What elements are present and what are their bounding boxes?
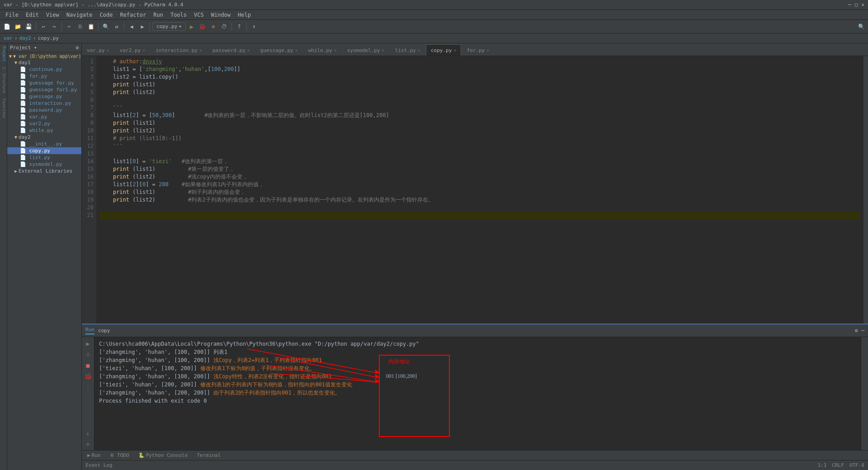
tree-guessage-for1[interactable]: 📄 guessage for1.py [7,86,81,93]
menu-run[interactable]: Run [150,11,167,19]
menu-tools[interactable]: Tools [167,11,190,19]
menu-window[interactable]: Window [208,11,234,19]
toolbar-forward[interactable]: ▶ [137,22,147,32]
close-output-btn[interactable]: ✕ [84,439,93,448]
more-options[interactable]: ⋮ [84,382,93,391]
status-crlf[interactable]: CRLF [832,462,844,468]
tree-password[interactable]: 📄 password.py [7,107,81,113]
minimize-button[interactable]: ─ [848,2,851,8]
tree-guessage[interactable]: 📄 guessage.py [7,93,81,100]
run-settings-icon[interactable]: ⚙ [855,328,858,334]
tree-var2[interactable]: 📄 var2.py [7,120,81,127]
coverage-button[interactable]: ⊕ [208,22,218,32]
tab-var2-close[interactable]: × [142,48,145,53]
breadcrumb-day2[interactable]: day2 [19,35,32,41]
toolbar-back[interactable]: ◀ [127,22,137,32]
menu-refactor[interactable]: Refactor [116,11,150,19]
tab-var[interactable]: var.py × [82,44,114,56]
run-config-dropdown[interactable]: copy.py ▾ [152,22,186,31]
toolbar-paste[interactable]: 📋 [86,22,96,32]
search-everywhere[interactable]: 🔍 [856,22,866,32]
tab-sysmodel[interactable]: sysmodel.py × [342,44,390,56]
update-btn[interactable]: ⬆ [249,22,259,32]
close-button[interactable]: ✕ [861,2,864,8]
menu-navigate[interactable]: Navigate [63,11,96,19]
tab-while-close[interactable]: × [334,48,337,53]
tab-password-close[interactable]: × [247,48,250,53]
run-header-copy[interactable]: copy [98,328,110,334]
stop-button[interactable]: ■ [84,361,93,370]
tab-var-close[interactable]: × [107,48,109,53]
tree-sysmodel[interactable]: 📄 sysmodel.py [7,161,81,168]
project-settings-icon[interactable]: ⚙ [75,45,79,51]
toolbar-undo[interactable]: ↩ [38,22,48,32]
tab-interaction-close[interactable]: × [199,48,202,53]
toolbar-new[interactable]: 📄 [2,22,12,32]
tree-for[interactable]: 📄 for.py [7,73,81,80]
tree-list[interactable]: 📄 list.py [7,154,81,161]
tab-interaction[interactable]: interaction.py × [151,44,207,56]
day1-folder-icon: ▼ [14,60,17,65]
tab-copy-close[interactable]: × [453,48,456,53]
tab-copy[interactable]: copy.py × [426,44,461,56]
tab-for-close[interactable]: × [486,48,489,53]
menu-view[interactable]: View [42,11,63,19]
scroll-end-btn[interactable]: ↓ [84,428,93,437]
toolbar-open[interactable]: 📁 [13,22,23,32]
status-encoding[interactable]: UTF-8 [849,462,864,468]
tab-list-close[interactable]: × [418,48,420,53]
help-toolbar-btn[interactable]: ? [234,22,244,32]
favorites-tab[interactable]: Favorites [0,96,7,121]
tree-guessage-for[interactable]: 📄 guessage for.py [7,80,81,86]
tab-var2[interactable]: var2.py × [115,44,150,56]
tab-list[interactable]: list.py × [390,44,425,56]
tree-external[interactable]: ▶ External Libraries [7,168,81,174]
tab-password[interactable]: password.py × [208,44,255,56]
tab-for[interactable]: for.py × [462,44,494,56]
run-header-run[interactable]: Run [85,327,94,334]
tree-copy[interactable]: 📄 copy.py [7,147,81,154]
tab-sysmodel-close[interactable]: × [382,48,385,53]
bottom-console-tab[interactable]: 🐍 Python Console [135,451,192,459]
debug-run-button[interactable]: 🐞 [84,371,93,381]
tab-guessage-close[interactable]: × [295,48,298,53]
status-event-log[interactable]: Event Log [85,462,113,468]
pause-button[interactable]: ⏸ [84,350,93,359]
tree-while[interactable]: 📄 while.py [7,127,81,134]
menu-code[interactable]: Code [96,11,117,19]
maximize-button[interactable]: □ [855,2,858,8]
tree-root[interactable]: ▼ ▼ var (D:\python app\var) [7,53,81,59]
tree-init[interactable]: 📄 __init__.py [7,141,81,147]
tree-var[interactable]: 📄 var.py [7,113,81,120]
run-button[interactable]: ▶ [187,22,197,32]
breadcrumb-file[interactable]: copy.py [38,35,59,41]
bottom-terminal-tab[interactable]: Terminal [193,451,224,459]
tree-day2[interactable]: ▼ day2 [7,134,81,141]
structure-tab[interactable]: 2: Structure [0,64,7,96]
breadcrumb-var[interactable]: var [4,35,13,41]
code-content[interactable]: # author:dnvxjy list1 = ['zhangming','hu… [96,56,863,324]
run-panel-collapse[interactable]: ─ [861,328,864,334]
menu-edit[interactable]: Edit [22,11,42,19]
tab-guessage[interactable]: guessage.py × [255,44,303,56]
menu-help[interactable]: Help [234,11,255,19]
menu-vcs[interactable]: VCS [190,11,208,19]
toolbar-replace[interactable]: ⇄ [112,22,122,32]
rerun-button[interactable]: ▶ [84,339,93,348]
toolbar-find[interactable]: 🔍 [101,22,111,32]
toolbar-copy[interactable]: ⎘ [75,22,85,32]
bottom-todo-tab[interactable]: ⑥ TODO [106,451,133,459]
tree-continue[interactable]: 📄 continue.py [7,66,81,73]
toolbar-cut[interactable]: ✂ [64,22,74,32]
tree-day1[interactable]: ▼ day1 [7,59,81,66]
tab-while[interactable]: while.py × [303,44,342,56]
project-tab[interactable]: Project [0,43,7,64]
bottom-run-tab[interactable]: ▶ Run [84,451,104,459]
menu-file[interactable]: File [2,11,22,19]
toolbar-redo[interactable]: ↪ [49,22,59,32]
titlebar-controls[interactable]: ─ □ ✕ [848,2,864,8]
profile-button[interactable]: ⏱ [219,22,229,32]
toolbar-save[interactable]: 💾 [24,22,33,32]
debug-button[interactable]: 🐞 [198,22,208,32]
tree-interaction[interactable]: 📄 interaction.py [7,100,81,107]
